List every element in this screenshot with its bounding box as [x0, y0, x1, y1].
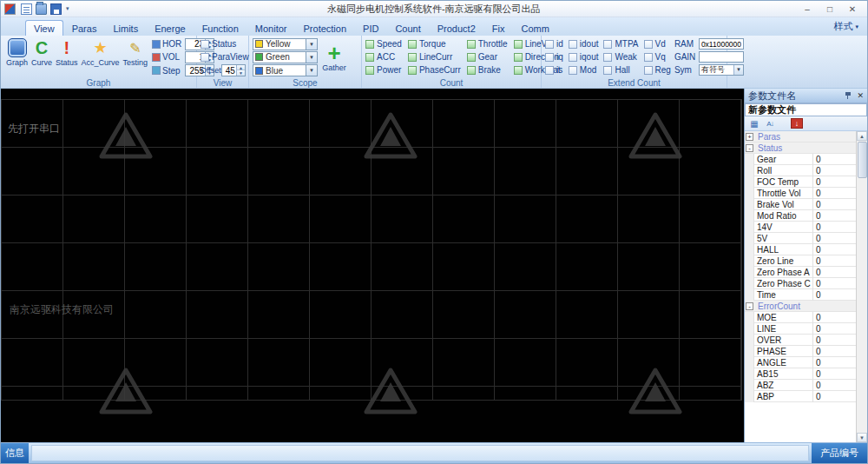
field-input[interactable]: [699, 38, 744, 50]
property-value[interactable]: 0: [812, 210, 856, 222]
property-row[interactable]: Brake Vol 0: [745, 199, 856, 210]
field-box[interactable]: 有符号 ▼: [699, 64, 744, 76]
property-value[interactable]: 0: [812, 380, 856, 391]
checkbox-box-icon[interactable]: [603, 40, 612, 49]
open-folder-icon[interactable]: [36, 3, 47, 15]
property-value[interactable]: 0: [812, 289, 856, 301]
scroll-up-icon[interactable]: ▲: [857, 131, 867, 141]
property-value[interactable]: 0: [812, 188, 856, 199]
checkbox-box-icon[interactable]: [644, 40, 653, 49]
property-value[interactable]: 0: [812, 323, 856, 335]
property-row[interactable]: Zero Phase C 0: [745, 278, 856, 289]
ribbon-tab[interactable]: Comm: [513, 21, 556, 36]
ribbon-tab[interactable]: PID: [355, 21, 386, 36]
field-input[interactable]: [699, 51, 744, 63]
ribbon-tab[interactable]: Product2: [430, 21, 483, 36]
expander-icon[interactable]: -: [746, 144, 753, 152]
property-row[interactable]: Throttle Vol 0: [745, 188, 856, 199]
expander-icon[interactable]: [745, 176, 754, 188]
checkbox-box-icon[interactable]: [545, 53, 554, 62]
expander-icon[interactable]: [745, 346, 754, 357]
panel-scrollbar[interactable]: ▲ ▼: [856, 131, 867, 442]
checkbox-box-icon[interactable]: [603, 53, 612, 62]
expander-icon[interactable]: +: [746, 133, 753, 141]
property-row[interactable]: Zero Phase A 0: [745, 267, 856, 278]
checkbox-box-icon[interactable]: [365, 66, 374, 75]
scrollbar-thumb[interactable]: [858, 142, 867, 178]
new-doc-icon[interactable]: [21, 3, 32, 15]
checkbox[interactable]: ACC: [365, 50, 402, 63]
property-row[interactable]: 14V 0: [745, 222, 856, 233]
ribbon-tab[interactable]: Energe: [147, 21, 193, 36]
property-value[interactable]: 0: [812, 312, 856, 323]
property-value[interactable]: 0: [812, 357, 856, 368]
property-row[interactable]: MOE 0: [745, 312, 856, 323]
expander-icon[interactable]: [745, 323, 754, 335]
expander-icon[interactable]: [745, 222, 754, 233]
minimize-button[interactable]: –: [796, 3, 819, 16]
product-number-badge[interactable]: 产品编号: [812, 443, 867, 463]
checkbox[interactable]: iqout: [569, 50, 599, 63]
expander-icon[interactable]: [745, 357, 754, 368]
property-row[interactable]: LINE 0: [745, 323, 856, 335]
property-value[interactable]: 0: [812, 346, 856, 357]
property-row[interactable]: AB15 0: [745, 368, 856, 380]
checkbox-box-icon[interactable]: [514, 40, 523, 49]
property-row[interactable]: - Status: [745, 143, 856, 154]
sort-icon[interactable]: A↓: [763, 117, 777, 129]
save-icon[interactable]: [50, 3, 62, 15]
expander-icon[interactable]: [745, 154, 754, 165]
checkbox[interactable]: Vq: [644, 50, 671, 63]
expander-icon[interactable]: [745, 335, 754, 346]
checkbox-box-icon[interactable]: [467, 40, 476, 49]
property-value[interactable]: 0: [812, 199, 856, 210]
ribbon-button[interactable]: ★ Acc_Curve: [80, 37, 122, 77]
property-value[interactable]: 0: [812, 233, 856, 244]
property-row[interactable]: Zero Line 0: [745, 255, 856, 267]
checkbox-box-icon[interactable]: [408, 66, 417, 75]
info-badge[interactable]: 信息: [1, 443, 29, 463]
checkbox-box-icon[interactable]: [545, 40, 554, 49]
checkbox[interactable]: MTPA: [603, 37, 638, 50]
expander-icon[interactable]: [745, 255, 754, 267]
field-select[interactable]: 有符号 ▼: [699, 64, 744, 76]
ribbon-tab[interactable]: Fix: [484, 21, 513, 36]
property-row[interactable]: HALL 0: [745, 244, 856, 255]
expander-icon[interactable]: [745, 289, 754, 301]
property-row[interactable]: ABZ 0: [745, 380, 856, 391]
expander-icon[interactable]: [745, 199, 754, 210]
property-value[interactable]: 0: [812, 244, 856, 255]
expander-icon[interactable]: -: [746, 302, 753, 310]
parameter-file-name[interactable]: 新参数文件: [745, 103, 867, 116]
checkbox[interactable]: id: [545, 37, 563, 50]
property-value[interactable]: 0: [812, 154, 856, 165]
ribbon-tab[interactable]: Limits: [105, 21, 146, 36]
ribbon-tab[interactable]: View: [25, 20, 63, 36]
checkbox[interactable]: Vd: [644, 37, 671, 50]
checkbox[interactable]: LineCurr: [408, 50, 461, 63]
select-dropdown-icon[interactable]: ▼: [733, 65, 743, 75]
channel-color-combo[interactable]: Yellow ▼: [253, 37, 318, 50]
checkbox-box-icon[interactable]: [201, 53, 209, 62]
checkbox[interactable]: Gear: [467, 50, 508, 63]
checkbox[interactable]: Status: [201, 37, 245, 50]
combo-body[interactable]: Yellow: [253, 38, 306, 50]
checkbox-box-icon[interactable]: [408, 53, 417, 62]
checkbox-box-icon[interactable]: [408, 40, 417, 49]
combo-dropdown-icon[interactable]: ▼: [306, 51, 318, 63]
ribbon-tab[interactable]: Function: [194, 21, 247, 36]
property-value[interactable]: 0: [812, 391, 856, 402]
pin-icon[interactable]: [845, 92, 852, 100]
ribbon-tab[interactable]: Monitor: [247, 21, 295, 36]
expander-icon[interactable]: [745, 380, 754, 391]
property-row[interactable]: 5V 0: [745, 233, 856, 244]
expander-icon[interactable]: [745, 210, 754, 222]
combo-dropdown-icon[interactable]: ▼: [306, 64, 318, 76]
property-value[interactable]: 0: [812, 368, 856, 380]
scroll-down-icon[interactable]: ▼: [857, 433, 867, 442]
offset-arrows[interactable]: ▲▼: [236, 65, 245, 76]
property-row[interactable]: ABP 0: [745, 391, 856, 402]
channel-color-combo[interactable]: Green ▼: [253, 50, 318, 63]
property-row[interactable]: OVER 0: [745, 335, 856, 346]
expander-icon[interactable]: [745, 391, 754, 402]
